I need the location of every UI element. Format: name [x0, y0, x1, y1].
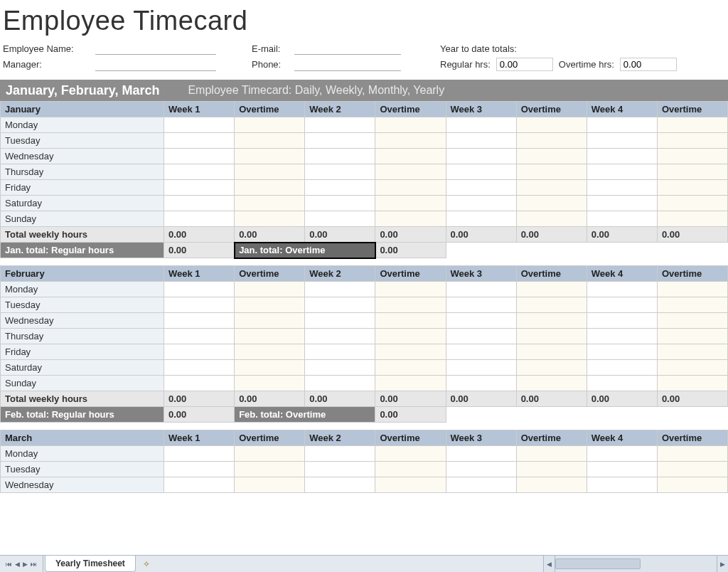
cell[interactable]	[375, 282, 446, 297]
cell[interactable]	[657, 196, 727, 211]
cell[interactable]	[305, 133, 375, 149]
cell[interactable]	[305, 329, 375, 344]
cell[interactable]	[446, 344, 516, 360]
cell[interactable]	[305, 376, 375, 391]
cell[interactable]	[164, 282, 235, 297]
cell[interactable]	[305, 360, 375, 376]
cell[interactable]	[516, 149, 587, 164]
cell[interactable]	[446, 376, 516, 391]
cell[interactable]	[375, 297, 446, 313]
manager-input[interactable]	[95, 58, 216, 71]
cell[interactable]	[235, 164, 305, 180]
overtime-hrs-value[interactable]	[620, 58, 677, 71]
cell[interactable]	[587, 376, 657, 391]
cell[interactable]	[305, 196, 375, 211]
cell[interactable]	[587, 164, 657, 180]
cell[interactable]	[657, 477, 727, 493]
cell[interactable]	[587, 446, 657, 462]
jan-total-overtime-label[interactable]: Jan. total: Overtime	[235, 243, 375, 258]
cell[interactable]	[375, 149, 446, 164]
cell[interactable]	[516, 211, 587, 227]
cell[interactable]	[164, 344, 235, 360]
cell[interactable]	[235, 149, 305, 164]
email-input[interactable]	[294, 42, 401, 55]
cell[interactable]	[446, 282, 516, 297]
cell[interactable]	[375, 477, 446, 493]
cell[interactable]	[657, 360, 727, 376]
cell[interactable]	[446, 133, 516, 149]
cell[interactable]	[446, 329, 516, 344]
cell[interactable]	[587, 211, 657, 227]
cell[interactable]	[164, 180, 235, 196]
cell[interactable]	[446, 446, 516, 462]
horizontal-scrollbar[interactable]: ◀ ▶	[543, 556, 728, 572]
cell[interactable]	[657, 180, 727, 196]
cell[interactable]	[305, 164, 375, 180]
cell[interactable]	[164, 117, 235, 133]
cell[interactable]	[657, 117, 727, 133]
cell[interactable]	[516, 297, 587, 313]
cell[interactable]	[587, 297, 657, 313]
cell[interactable]	[446, 196, 516, 211]
cell[interactable]	[305, 446, 375, 462]
cell[interactable]	[375, 133, 446, 149]
cell[interactable]	[305, 462, 375, 477]
cell[interactable]	[516, 462, 587, 477]
cell[interactable]	[235, 117, 305, 133]
cell[interactable]	[587, 282, 657, 297]
cell[interactable]	[446, 297, 516, 313]
scroll-thumb[interactable]	[555, 558, 641, 569]
cell[interactable]	[164, 297, 235, 313]
cell[interactable]	[375, 329, 446, 344]
cell[interactable]	[516, 196, 587, 211]
cell[interactable]	[305, 117, 375, 133]
cell[interactable]	[587, 180, 657, 196]
cell[interactable]	[657, 462, 727, 477]
cell[interactable]	[516, 313, 587, 329]
cell[interactable]	[587, 360, 657, 376]
cell[interactable]	[446, 477, 516, 493]
cell[interactable]	[164, 196, 235, 211]
cell[interactable]	[446, 117, 516, 133]
cell[interactable]	[446, 360, 516, 376]
cell[interactable]	[164, 313, 235, 329]
cell[interactable]	[235, 477, 305, 493]
cell[interactable]	[446, 211, 516, 227]
cell[interactable]	[305, 313, 375, 329]
cell[interactable]	[235, 196, 305, 211]
cell[interactable]	[164, 329, 235, 344]
cell[interactable]	[305, 149, 375, 164]
cell[interactable]	[657, 149, 727, 164]
cell[interactable]	[516, 360, 587, 376]
cell[interactable]	[235, 133, 305, 149]
cell[interactable]	[164, 446, 235, 462]
cell[interactable]	[657, 133, 727, 149]
cell[interactable]	[657, 313, 727, 329]
cell[interactable]	[587, 477, 657, 493]
tab-next-icon[interactable]: ▶	[21, 561, 29, 568]
cell[interactable]	[164, 376, 235, 391]
cell[interactable]	[235, 297, 305, 313]
cell[interactable]	[587, 313, 657, 329]
cell[interactable]	[587, 329, 657, 344]
cell[interactable]	[657, 446, 727, 462]
cell[interactable]	[516, 329, 587, 344]
cell[interactable]	[587, 133, 657, 149]
regular-hrs-value[interactable]	[496, 58, 553, 71]
scroll-left-icon[interactable]: ◀	[544, 556, 555, 572]
cell[interactable]	[235, 180, 305, 196]
cell[interactable]	[375, 376, 446, 391]
cell[interactable]	[657, 376, 727, 391]
cell[interactable]	[305, 297, 375, 313]
cell[interactable]	[164, 164, 235, 180]
cell[interactable]	[305, 180, 375, 196]
cell[interactable]	[235, 329, 305, 344]
scroll-right-icon[interactable]: ▶	[717, 556, 728, 572]
sheet-tab-yearly-timesheet[interactable]: Yearly Timesheet	[45, 556, 136, 572]
cell[interactable]	[516, 117, 587, 133]
tab-last-icon[interactable]: ⏭	[29, 561, 38, 568]
cell[interactable]	[446, 313, 516, 329]
cell[interactable]	[375, 344, 446, 360]
cell[interactable]	[375, 211, 446, 227]
tab-prev-icon[interactable]: ◀	[14, 561, 21, 568]
